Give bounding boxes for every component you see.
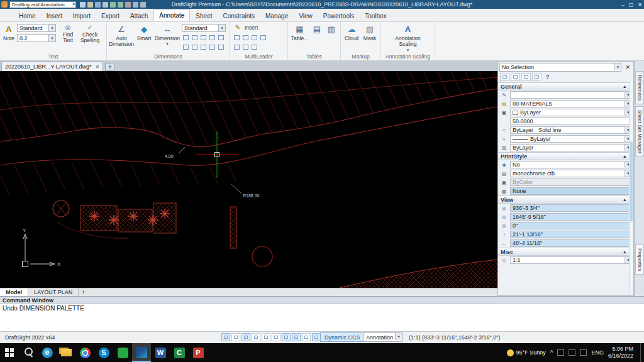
green-app-icon[interactable] (113, 343, 132, 362)
tab-annotate[interactable]: Annotate (153, 9, 190, 21)
text-style-combo[interactable]: Standard (17, 24, 56, 32)
mouse-gestures-icon[interactable] (133, 2, 138, 8)
tab-sheet[interactable]: Sheet (191, 11, 217, 21)
leader-style-icon[interactable] (233, 43, 241, 51)
collapse-general-icon[interactable]: ▴ (623, 84, 626, 89)
dim-tolerance-icon[interactable] (208, 43, 216, 51)
leader-options-icon[interactable] (250, 43, 258, 51)
start-button[interactable] (0, 343, 19, 362)
quickinput-toggle-icon[interactable] (292, 333, 301, 341)
mask-button[interactable]: ▧ Mask (362, 24, 378, 41)
app-logo-icon[interactable] (1, 1, 8, 8)
new-document-tab-button[interactable]: + (105, 63, 114, 71)
find-text-button[interactable]: ◎ Find Text (58, 24, 78, 43)
leader-remove-icon[interactable] (242, 34, 250, 41)
cloud-button[interactable]: ☁ Cloud (343, 24, 360, 41)
weather-widget[interactable]: 95°F Sunny (507, 349, 546, 356)
dim-center-icon[interactable] (217, 43, 225, 51)
annotation-scale-combo[interactable]: Annotation (364, 332, 402, 342)
auto-dimension-button[interactable]: ∠ Auto Dimension (109, 24, 133, 48)
hyperlink-value[interactable] (510, 91, 632, 99)
new-file-icon[interactable] (80, 2, 86, 8)
linestyle-value[interactable]: ByLayerSolid line (510, 126, 632, 134)
linescale-value[interactable]: 50.0000 (510, 118, 632, 125)
collapse-view-icon[interactable]: ▴ (623, 197, 626, 202)
tab-import[interactable]: Import (68, 11, 96, 21)
document-tab[interactable]: 20220610_LIBR...Y-LAYOUT.dwg* ✕ (1, 62, 103, 71)
tab-export[interactable]: Export (96, 11, 125, 21)
lineweight-toggle-icon[interactable] (282, 333, 291, 341)
linecolor-value[interactable]: ByLayer (510, 109, 632, 116)
grid-toggle-icon[interactable] (231, 333, 240, 341)
collapse-printstyle-icon[interactable]: ▴ (623, 154, 626, 159)
palette-close-icon[interactable]: ✕ (623, 64, 632, 70)
tab-layout-plan[interactable]: LAYOUT PLAN (28, 288, 79, 296)
table-button[interactable]: ▦ Table... (291, 24, 309, 41)
dim-radius-icon[interactable] (208, 34, 216, 41)
tab-home[interactable]: Home (14, 11, 41, 21)
text-height-combo[interactable]: 0.2 (17, 34, 56, 42)
leader-edit-icon[interactable] (242, 43, 250, 51)
tab-manage[interactable]: Manage (260, 11, 293, 21)
transparency-value[interactable]: ByLayer (510, 144, 632, 151)
check-spelling-button[interactable]: ✓ Check Spelling (80, 24, 100, 43)
section-printstyle[interactable]: PrintStyle ▴ (498, 152, 633, 160)
annotation-scale-value[interactable]: 1:1 (510, 256, 632, 264)
draftsight-app-icon[interactable] (132, 343, 151, 362)
show-desktop-button[interactable] (640, 343, 643, 362)
dim-continue-icon[interactable] (191, 43, 199, 51)
layer-value[interactable]: 00-MATERIALS (510, 100, 632, 107)
close-button[interactable]: ✕ (638, 2, 642, 8)
open-file-icon[interactable] (87, 2, 93, 8)
collapse-misc-icon[interactable]: ▴ (623, 250, 626, 255)
printstyle-table-value[interactable]: monochrome.ctb (510, 170, 632, 177)
center-z-value[interactable]: 0" (510, 222, 632, 229)
section-view[interactable]: View ▴ (498, 195, 633, 204)
tab-attach[interactable]: Attach (125, 11, 153, 21)
multileader-insert-button[interactable]: ✎ Insert (233, 24, 285, 32)
file-explorer-icon[interactable] (57, 343, 75, 362)
dim-angular-icon[interactable] (199, 34, 208, 41)
toggle-value-icon[interactable] (521, 73, 531, 81)
tab-properties[interactable]: Properties (635, 244, 644, 275)
language-indicator[interactable]: ENG (591, 349, 604, 356)
properties-toggle-icon[interactable] (125, 2, 131, 8)
dimension-button[interactable]: ↔ Dimension (155, 24, 180, 47)
clock[interactable]: 5:06 PM 6/16/2022 (608, 346, 633, 359)
ortho-toggle-icon[interactable] (242, 333, 250, 341)
undo-icon[interactable] (110, 2, 116, 8)
leader-add-icon[interactable] (233, 34, 241, 41)
dim-baseline-icon[interactable] (182, 43, 190, 51)
leader-align-icon[interactable] (250, 34, 258, 41)
table-export-button[interactable]: ▤ (311, 24, 323, 36)
save-icon[interactable] (95, 2, 101, 8)
center-y-value[interactable]: 1645'-9 5/16" (510, 213, 632, 221)
select-entities-icon[interactable] (500, 73, 509, 81)
workspace-selector[interactable]: Drafting and Annotation (9, 1, 76, 8)
tab-constraints[interactable]: Constraints (218, 11, 260, 21)
dim-linear-icon[interactable] (182, 34, 190, 41)
snap-toggle-icon[interactable] (221, 333, 230, 341)
tab-sheet-set-manager[interactable]: Sheet Set Manager (635, 106, 644, 157)
command-window-title[interactable]: Command Window (0, 297, 644, 304)
help-icon[interactable]: ? (543, 73, 552, 81)
tab-insert[interactable]: Insert (42, 11, 67, 21)
view-width-value[interactable]: 48'-4 11/16" (510, 239, 632, 247)
dimension-style-combo[interactable]: Standard (182, 24, 226, 32)
dim-aligned-icon[interactable] (191, 34, 199, 41)
annotation-scaling-button[interactable]: A Annotation Scaling (389, 24, 427, 52)
edge-app-icon[interactable] (38, 343, 57, 362)
drawing-canvas[interactable]: 4.00 R188.00 Y X (0, 71, 497, 288)
note-button[interactable]: A Note (3, 24, 15, 41)
options-icon[interactable] (140, 2, 146, 8)
volume-icon[interactable] (569, 349, 575, 356)
smart-dimension-button[interactable]: ◆ Smart (135, 24, 153, 41)
c-app-icon[interactable] (170, 343, 189, 362)
tab-references[interactable]: References (635, 71, 644, 104)
dim-diameter-icon[interactable] (217, 34, 225, 41)
print-icon[interactable] (103, 2, 108, 8)
tray-expand-icon[interactable]: ^ (550, 349, 553, 356)
section-misc[interactable]: Misc ▴ (498, 248, 633, 256)
command-window[interactable]: Command Window Undo DIMENSION PALETTE (0, 296, 644, 331)
ccs-toggle-icon[interactable] (302, 333, 311, 341)
